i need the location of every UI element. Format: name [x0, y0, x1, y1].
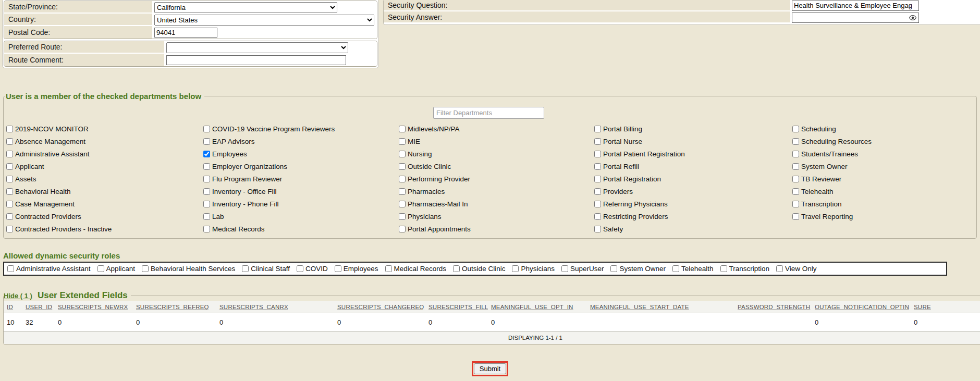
- column-header-id[interactable]: ID: [4, 301, 22, 313]
- department-checkbox[interactable]: [6, 213, 13, 220]
- department-option-nursing[interactable]: Nursing: [399, 148, 594, 160]
- department-checkbox[interactable]: [203, 151, 210, 157]
- department-checkbox[interactable]: [203, 126, 210, 132]
- department-option-portal-appointments[interactable]: Portal Appointments: [399, 223, 594, 235]
- role-option-administrative-assistant[interactable]: Administrative Assistant: [7, 263, 91, 275]
- select-preferred-route[interactable]: [166, 42, 348, 53]
- submit-button[interactable]: Submit: [474, 363, 506, 374]
- department-option-performing-provider[interactable]: Performing Provider: [399, 173, 594, 185]
- department-option-transcription[interactable]: Transcription: [792, 198, 872, 210]
- input-route-comment[interactable]: [166, 55, 346, 65]
- department-option-pharmacies[interactable]: Pharmacies: [399, 185, 594, 198]
- department-option-portal-registration[interactable]: Portal Registration: [594, 173, 792, 185]
- department-option-scheduling-resources[interactable]: Scheduling Resources: [792, 135, 872, 148]
- role-option-clinical-staff[interactable]: Clinical Staff: [242, 263, 290, 275]
- department-checkbox[interactable]: [6, 188, 13, 195]
- column-header-outage-notification-optin[interactable]: OUTAGE_NOTIFICATION_OPTIN: [812, 301, 911, 313]
- department-checkbox[interactable]: [792, 151, 799, 157]
- department-option-contracted-providers[interactable]: Contracted Providers: [6, 210, 203, 223]
- department-option-2019-ncov-monitor[interactable]: 2019-NCOV MONITOR: [6, 122, 203, 135]
- role-checkbox[interactable]: [512, 265, 519, 272]
- role-checkbox[interactable]: [672, 265, 679, 272]
- department-checkbox[interactable]: [203, 176, 210, 182]
- role-option-outside-clinic[interactable]: Outside Clinic: [453, 263, 505, 275]
- department-option-lab[interactable]: Lab: [203, 210, 399, 223]
- department-option-scheduling[interactable]: Scheduling: [792, 122, 872, 135]
- department-option-portal-billing[interactable]: Portal Billing: [594, 122, 792, 135]
- role-option-view-only[interactable]: View Only: [776, 263, 817, 275]
- department-option-outside-clinic[interactable]: Outside Clinic: [399, 160, 594, 173]
- department-option-portal-nurse[interactable]: Portal Nurse: [594, 135, 792, 148]
- department-option-midlevels-np-pa[interactable]: Midlevels/NP/PA: [399, 122, 594, 135]
- department-option-inventory-phone-fill[interactable]: Inventory - Phone Fill: [203, 198, 399, 210]
- department-option-employees[interactable]: Employees: [203, 148, 399, 160]
- input-security-question[interactable]: [792, 1, 919, 11]
- role-option-employees[interactable]: Employees: [335, 263, 378, 275]
- department-checkbox[interactable]: [6, 138, 13, 145]
- department-checkbox[interactable]: [594, 126, 601, 132]
- hide-link[interactable]: Hide ( 1 ): [4, 292, 32, 300]
- column-header-meaningful-use-opt-in[interactable]: MEANINGFUL_USE_OPT_IN: [488, 301, 587, 313]
- department-option-system-owner[interactable]: System Owner: [792, 160, 872, 173]
- department-option-physicians[interactable]: Physicians: [399, 210, 594, 223]
- department-option-travel-reporting[interactable]: Travel Reporting: [792, 210, 872, 223]
- department-checkbox[interactable]: [594, 163, 601, 170]
- column-header-surescripts-fill[interactable]: SURESCRIPTS_FILL: [425, 301, 488, 313]
- department-option-employer-organizations[interactable]: Employer Organizations: [203, 160, 399, 173]
- department-checkbox[interactable]: [399, 151, 406, 157]
- department-checkbox[interactable]: [6, 226, 13, 232]
- department-option-contracted-providers-inactive[interactable]: Contracted Providers - Inactive: [6, 223, 203, 235]
- department-option-restricting-providers[interactable]: Restricting Providers: [594, 210, 792, 223]
- department-checkbox[interactable]: [6, 163, 13, 170]
- select-country[interactable]: United States: [154, 15, 374, 26]
- role-checkbox[interactable]: [335, 265, 341, 272]
- department-option-safety[interactable]: Safety: [594, 223, 792, 235]
- department-option-medical-records[interactable]: Medical Records: [203, 223, 399, 235]
- column-header-user-id[interactable]: USER_ID: [22, 301, 55, 313]
- department-checkbox[interactable]: [399, 138, 406, 145]
- department-option-absence-management[interactable]: Absence Management: [6, 135, 203, 148]
- role-option-covid[interactable]: COVID: [297, 263, 328, 275]
- column-header-password-strength[interactable]: PASSWORD_STRENGTH: [734, 301, 812, 313]
- department-option-tb-reviewer[interactable]: TB Reviewer: [792, 173, 872, 185]
- role-checkbox[interactable]: [7, 265, 14, 272]
- department-option-pharmacies-mail-in[interactable]: Pharmacies-Mail In: [399, 198, 594, 210]
- department-checkbox[interactable]: [399, 201, 406, 207]
- department-checkbox[interactable]: [792, 188, 799, 195]
- department-checkbox[interactable]: [399, 163, 406, 170]
- role-option-medical-records[interactable]: Medical Records: [385, 263, 447, 275]
- role-option-applicant[interactable]: Applicant: [97, 263, 136, 275]
- department-checkbox[interactable]: [594, 151, 601, 157]
- column-header-surescripts-canrx[interactable]: SURESCRIPTS_CANRX: [216, 301, 334, 313]
- department-option-students-trainees[interactable]: Students/Trainees: [792, 148, 872, 160]
- department-checkbox[interactable]: [203, 138, 210, 145]
- department-option-portal-patient-registration[interactable]: Portal Patient Registration: [594, 148, 792, 160]
- role-checkbox[interactable]: [297, 265, 303, 272]
- department-option-assets[interactable]: Assets: [6, 173, 203, 185]
- department-checkbox[interactable]: [6, 126, 13, 132]
- department-option-inventory-office-fill[interactable]: Inventory - Office Fill: [203, 185, 399, 198]
- department-checkbox[interactable]: [399, 226, 406, 232]
- department-option-behavioral-health[interactable]: Behavioral Health: [6, 185, 203, 198]
- role-option-system-owner[interactable]: System Owner: [610, 263, 666, 275]
- department-checkbox[interactable]: [792, 201, 799, 207]
- department-checkbox[interactable]: [792, 126, 799, 132]
- department-option-referring-physicians[interactable]: Referring Physicians: [594, 198, 792, 210]
- role-option-telehealth[interactable]: Telehealth: [672, 263, 714, 275]
- department-checkbox[interactable]: [792, 176, 799, 182]
- department-checkbox[interactable]: [6, 176, 13, 182]
- select-state-province[interactable]: California: [154, 2, 337, 13]
- role-checkbox[interactable]: [776, 265, 783, 272]
- department-checkbox[interactable]: [594, 213, 601, 220]
- role-checkbox[interactable]: [242, 265, 249, 272]
- role-checkbox[interactable]: [720, 265, 727, 272]
- department-option-case-management[interactable]: Case Management: [6, 198, 203, 210]
- department-checkbox[interactable]: [594, 226, 601, 232]
- department-option-administrative-assistant[interactable]: Administrative Assistant: [6, 148, 203, 160]
- department-checkbox[interactable]: [6, 151, 13, 157]
- department-option-telehealth[interactable]: Telehealth: [792, 185, 872, 198]
- column-header-meaningful-use-start-date[interactable]: MEANINGFUL_USE_START_DATE: [587, 301, 734, 313]
- department-checkbox[interactable]: [594, 201, 601, 207]
- department-option-providers[interactable]: Providers: [594, 185, 792, 198]
- department-checkbox[interactable]: [792, 138, 799, 145]
